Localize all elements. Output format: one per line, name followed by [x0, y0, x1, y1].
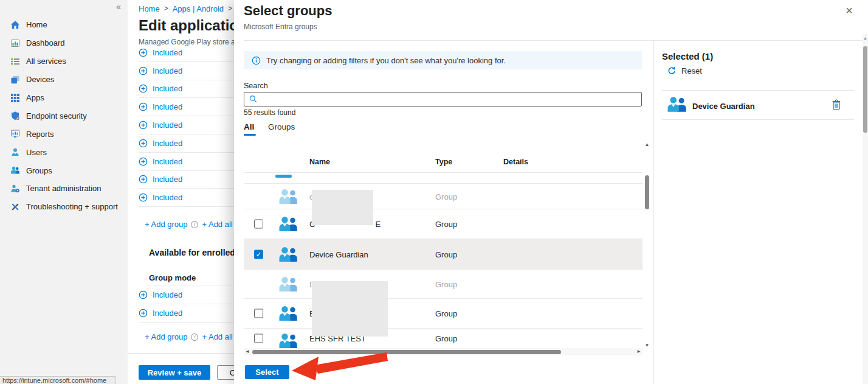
- breadcrumb: Home > Apps | Android >: [139, 4, 232, 13]
- scroll-up-icon[interactable]: ▲: [643, 142, 651, 147]
- select-groups-panel: Select groups Microsoft Entra groups × T…: [234, 0, 868, 384]
- group-icon: [278, 246, 298, 262]
- sidebar-item-groups[interactable]: Groups: [0, 161, 128, 180]
- circle-plus-icon: [139, 193, 148, 202]
- scroll-left-icon[interactable]: ◄: [245, 349, 250, 354]
- sidebar-item-users[interactable]: Users: [0, 143, 128, 161]
- group-icon: [278, 189, 298, 204]
- sidebar-item-home[interactable]: Home: [0, 16, 128, 34]
- included-row[interactable]: Included: [139, 153, 234, 171]
- included-row[interactable]: Included: [139, 62, 234, 80]
- sidebar-item-troubleshooting-support[interactable]: Troubleshooting + support: [0, 198, 128, 216]
- divider: [662, 90, 854, 91]
- column-header-type[interactable]: Type: [435, 158, 452, 166]
- selected-count-heading: Selected (1): [662, 51, 713, 61]
- sidebar-item-all-services[interactable]: All services: [0, 52, 128, 71]
- circle-plus-icon: [139, 102, 148, 111]
- page-subtitle: Managed Google Play store app: [139, 38, 243, 46]
- table-row[interactable]: D Group: [244, 270, 642, 299]
- sidebar-item-endpoint-security[interactable]: Endpoint security: [0, 106, 128, 125]
- group-type: Group: [435, 334, 457, 343]
- included-row[interactable]: Included: [139, 116, 234, 134]
- table-row[interactable]: c Group: [244, 184, 642, 209]
- circle-plus-icon: [139, 120, 148, 130]
- scroll-up-icon[interactable]: ▲: [863, 36, 868, 40]
- close-icon[interactable]: ×: [846, 4, 853, 18]
- table-row[interactable]: E Group: [244, 299, 642, 329]
- scroll-down-icon[interactable]: ▼: [643, 343, 651, 348]
- table-vertical-scrollbar[interactable]: ▲ ▼: [643, 142, 651, 348]
- sidebar-item-label: Reports: [26, 130, 54, 139]
- included-row[interactable]: Included: [139, 98, 234, 116]
- sidebar-item-label: Endpoint security: [26, 111, 87, 120]
- search-input[interactable]: [258, 93, 641, 106]
- review-save-button[interactable]: Review + save: [139, 365, 210, 380]
- sidebar-item-apps[interactable]: Apps: [0, 89, 128, 107]
- circle-plus-icon: [139, 290, 148, 299]
- table-horizontal-scrollbar[interactable]: ◄ ►: [244, 348, 642, 355]
- tab-all[interactable]: All: [244, 122, 254, 131]
- included-label: Included: [153, 139, 182, 148]
- horizontal-scroll-thumb[interactable]: [252, 350, 561, 354]
- table-row[interactable]: CE Group: [244, 209, 642, 239]
- sidebar-collapse-icon[interactable]: «: [116, 2, 121, 12]
- included-row[interactable]: Included: [139, 49, 234, 62]
- table-row-selected[interactable]: ✓ Device Guardian Group: [244, 239, 642, 270]
- included-row[interactable]: Included: [139, 171, 234, 189]
- sidebar-item-reports[interactable]: Reports: [0, 125, 128, 143]
- breadcrumb-apps-android[interactable]: Apps | Android: [173, 4, 224, 13]
- search-label: Search: [244, 82, 268, 90]
- sidebar-item-devices[interactable]: Devices: [0, 71, 128, 89]
- sidebar-item-label: Home: [26, 20, 47, 29]
- reset-button[interactable]: Reset: [667, 66, 702, 75]
- page-scrollbar[interactable]: ▲: [863, 34, 868, 384]
- info-icon: [252, 56, 261, 65]
- circle-plus-icon: [139, 49, 148, 57]
- included-row[interactable]: Included: [139, 304, 234, 323]
- included-label: Included: [153, 193, 182, 202]
- search-box[interactable]: [244, 92, 642, 106]
- included-row[interactable]: Included: [139, 189, 234, 207]
- scroll-right-icon[interactable]: ►: [636, 349, 641, 354]
- circle-plus-icon: [139, 66, 148, 75]
- table-row[interactable]: EHS SFR TEST Group: [244, 329, 642, 348]
- row-checkbox-checked[interactable]: ✓: [254, 250, 263, 259]
- add-group-link[interactable]: + Add group: [145, 220, 187, 229]
- sidebar-item-tenant-administration[interactable]: Tenant administration: [0, 180, 128, 198]
- sidebar-item-label: Devices: [26, 75, 54, 84]
- trash-icon[interactable]: [832, 99, 841, 110]
- required-group-list: Included Included Included Included Incl…: [139, 49, 234, 207]
- included-row[interactable]: Included: [139, 134, 234, 153]
- all-services-icon: [10, 57, 20, 66]
- column-header-name[interactable]: Name: [309, 158, 330, 166]
- sidebar-item-dashboard[interactable]: Dashboard: [0, 34, 128, 52]
- row-checkbox[interactable]: [254, 309, 263, 318]
- reset-label: Reset: [681, 66, 702, 75]
- apps-icon: [10, 93, 20, 103]
- home-icon: [10, 20, 20, 30]
- page-scroll-thumb[interactable]: [863, 46, 867, 133]
- endpoint-security-icon: [10, 111, 20, 120]
- group-icon: [278, 276, 298, 292]
- sidebar-item-label: Groups: [26, 166, 52, 175]
- group-type: Group: [435, 192, 457, 201]
- row-checkbox[interactable]: [254, 220, 263, 229]
- included-label: Included: [153, 66, 182, 75]
- vertical-scroll-thumb[interactable]: [645, 175, 649, 209]
- select-button[interactable]: Select: [245, 365, 289, 379]
- tenant-administration-icon: [10, 184, 20, 194]
- included-label: Included: [153, 49, 182, 57]
- circle-plus-icon: [139, 309, 148, 318]
- results-count: 55 results found: [244, 108, 295, 117]
- add-group-link[interactable]: + Add group: [145, 332, 187, 341]
- included-row[interactable]: Included: [139, 80, 234, 99]
- tab-groups[interactable]: Groups: [268, 122, 295, 131]
- breadcrumb-home[interactable]: Home: [139, 4, 160, 13]
- active-tab-underline: [244, 134, 256, 136]
- included-label: Included: [153, 290, 182, 299]
- column-header-details[interactable]: Details: [503, 158, 528, 166]
- included-row[interactable]: Included: [139, 286, 234, 304]
- divider: [145, 285, 234, 285]
- breadcrumb-separator: >: [164, 4, 168, 13]
- row-checkbox[interactable]: [254, 334, 263, 343]
